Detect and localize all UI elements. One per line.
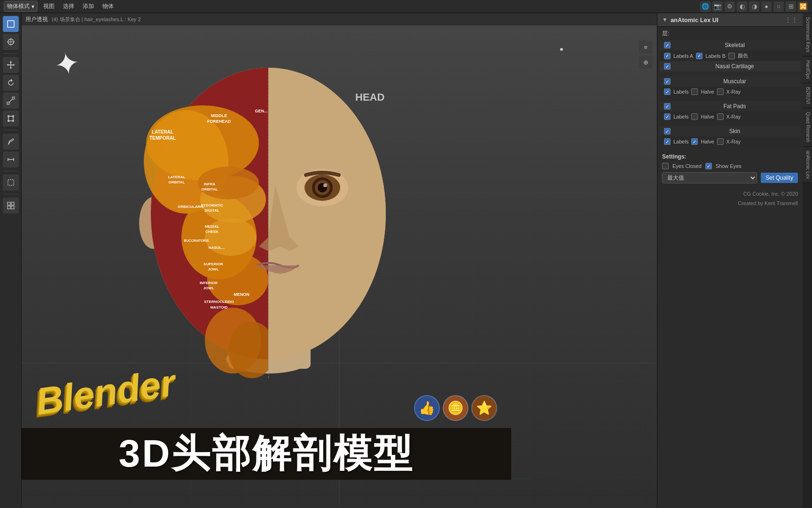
svg-text:GEN...: GEN... [255, 109, 267, 113]
top-right-icons: 🌐 📷 ⚙ ◐ ◑ ● ○ ⊞ 🔀 [700, 1, 808, 12]
nasal-cartilage-name: Nasal Cartilage [673, 63, 796, 70]
skin-layer-name: Skin [673, 128, 796, 135]
menu-add[interactable]: 添加 [80, 1, 97, 11]
extra-tool-btn[interactable] [3, 198, 19, 214]
divider-3 [657, 122, 803, 126]
fatpads-halve-label: Halve [701, 114, 714, 119]
select-tool-btn[interactable] [3, 16, 19, 32]
menu-view[interactable]: 视图 [40, 1, 57, 11]
svg-rect-14 [8, 116, 13, 121]
chinese-title-text: 3D头部解剖模型 [119, 428, 414, 480]
tab-screencast-keys[interactable]: Screencast Keys [803, 13, 812, 56]
fatpads-labels-label: Labels [673, 114, 688, 119]
svg-marker-7 [10, 67, 12, 69]
fatpads-halve-checkbox[interactable] [691, 113, 698, 120]
muscular-checkbox[interactable]: ✓ [664, 78, 671, 85]
like-button[interactable]: 👍 [414, 395, 440, 421]
fatpads-xray-checkbox[interactable] [717, 113, 724, 120]
tab-quad-remesh[interactable]: Quad Remesh [803, 108, 812, 146]
menu-object[interactable]: 物体 [100, 1, 117, 11]
tab-anatomic-lex[interactable]: anAtomic Lex [803, 147, 812, 183]
skin-labels-checkbox[interactable]: ✓ [664, 138, 671, 145]
fatpads-sub-row: ✓ Labels Halve X-Ray [659, 112, 801, 121]
scene-icon[interactable]: 🌐 [700, 1, 710, 12]
show-eyes-checkbox[interactable]: ✓ [705, 163, 712, 169]
shading4-icon[interactable]: ○ [773, 1, 784, 12]
svg-point-46 [207, 254, 268, 305]
viewport[interactable]: 用户透视 (4) 场景集合 | hair_eyelashes.L : Key 2… [22, 13, 657, 508]
eyes-closed-label: Eyes Closed [672, 163, 702, 169]
fatpads-labels-checkbox[interactable]: ✓ [664, 113, 671, 120]
coin-button[interactable]: 🪙 [443, 395, 468, 421]
tab-b2ruvi[interactable]: B2RUVI [803, 83, 812, 108]
annotate-tool-btn[interactable] [3, 134, 19, 150]
fatpads-layer-row: ✓ Fat Pads [659, 101, 801, 111]
skin-checkbox[interactable]: ✓ [664, 128, 671, 135]
gizmo-icon[interactable]: 🔀 [798, 1, 808, 12]
svg-text:ORBITAL: ORBITAL [202, 187, 218, 191]
color-checkbox[interactable] [728, 53, 735, 59]
svg-marker-8 [7, 64, 8, 66]
muscular-xray-checkbox[interactable] [717, 88, 724, 95]
box-tool-btn[interactable] [3, 175, 19, 190]
labels-a-label: Labels A [673, 53, 693, 59]
rotate-tool-btn[interactable] [3, 75, 19, 91]
muscular-labels-checkbox[interactable]: ✓ [664, 88, 671, 95]
vp-nav-btn-1[interactable]: ≡ [639, 40, 652, 54]
skin-halve-checkbox[interactable]: ✓ [691, 138, 698, 145]
layers-section-label: 层: [657, 27, 803, 40]
svg-text:LATERAL: LATERAL [168, 175, 186, 179]
menu-select[interactable]: 选择 [60, 1, 77, 11]
svg-text:INFRA: INFRA [204, 182, 216, 186]
shading2-icon[interactable]: ◑ [749, 1, 759, 12]
settings-section: Settings: Eyes Closed ✓ Show Eyes 最大值 Se… [657, 151, 803, 189]
skeletal-layer-name: Skeletal [673, 42, 796, 48]
right-tabs: Screencast Keys HardOps B2RUVI Quad Reme… [803, 13, 812, 508]
nasal-cartilage-checkbox[interactable]: ✓ [664, 63, 671, 70]
mode-dropdown[interactable]: 物体模式 ▾ [4, 1, 38, 12]
skin-sub-row: ✓ Labels ✓ Halve X-Ray [659, 137, 801, 146]
measure-tool-btn[interactable] [3, 151, 19, 167]
render-icon[interactable]: 📷 [712, 1, 723, 12]
panel-collapse-arrow[interactable]: ▼ [662, 16, 668, 23]
head-anatomy-svg: LATERAL TEMPORAL MIDDLE FOREHEAD GEN... … [92, 40, 445, 378]
svg-text:MENON: MENON [234, 292, 250, 297]
transform-tool-btn[interactable] [3, 111, 19, 127]
fatpads-xray-label: X-Ray [726, 114, 741, 119]
left-toolbar [0, 13, 22, 508]
shading3-icon[interactable]: ● [761, 1, 772, 12]
svg-text:HEAD: HEAD [355, 91, 384, 103]
muscular-layer-row: ✓ Muscular [659, 76, 801, 87]
eyes-closed-checkbox[interactable] [662, 163, 669, 169]
move-tool-btn[interactable] [3, 57, 19, 73]
labels-b-checkbox[interactable]: ✓ [696, 53, 703, 59]
tab-hardops[interactable]: HardOps [803, 56, 812, 83]
cursor-tool-btn[interactable] [3, 34, 19, 50]
vp-nav-btn-2[interactable]: ⊕ [639, 56, 652, 69]
overlay-icon[interactable]: ⊞ [786, 1, 796, 12]
scale-tool-btn[interactable] [3, 93, 19, 109]
svg-text:BUCCINATORIS: BUCCINATORIS [184, 239, 209, 242]
skin-xray-checkbox[interactable] [717, 138, 724, 145]
viewport-label: 用户透视 [25, 16, 48, 24]
fatpads-checkbox[interactable]: ✓ [664, 103, 671, 110]
skeletal-checkbox[interactable]: ✓ [664, 42, 671, 48]
labels-a-checkbox[interactable]: ✓ [664, 53, 671, 59]
svg-rect-24 [8, 202, 10, 205]
settings-icon[interactable]: ⚙ [725, 1, 735, 12]
svg-marker-9 [13, 64, 15, 66]
star-button[interactable]: ⭐ [471, 395, 497, 421]
svg-text:MIDDLE: MIDDLE [211, 113, 227, 118]
nasal-cartilage-row: ✓ Nasal Cartilage [659, 61, 801, 71]
muscular-halve-checkbox[interactable] [691, 88, 698, 95]
svg-text:LATERAL: LATERAL [152, 129, 173, 135]
set-quality-button[interactable]: Set Quality [761, 173, 798, 183]
svg-rect-12 [7, 102, 9, 104]
svg-point-49 [205, 218, 257, 256]
svg-text:MASTOID: MASTOID [211, 305, 228, 310]
panel-options-icon[interactable]: ⋮⋮ [785, 16, 798, 24]
svg-rect-13 [12, 97, 15, 99]
quality-dropdown[interactable]: 最大值 [662, 172, 757, 183]
svg-marker-6 [10, 61, 12, 63]
shading1-icon[interactable]: ◐ [737, 1, 747, 12]
